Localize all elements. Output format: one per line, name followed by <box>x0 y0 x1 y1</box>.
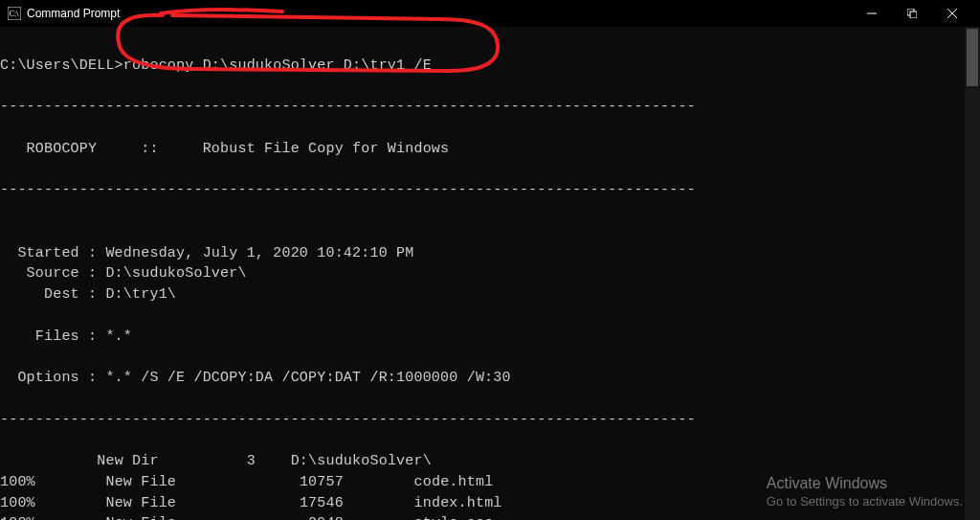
terminal-area: C:\Users\DELL>robocopy D:\sudukoSolver D… <box>0 27 980 520</box>
options-label: Options : <box>0 370 97 386</box>
window-titlebar: C:\ Command Prompt <box>0 0 980 27</box>
dir-line: New Dir 3 D:\sudukoSolver\ <box>0 453 432 469</box>
files-value: *.* <box>97 328 132 345</box>
prompt-path: C:\Users\DELL> <box>0 57 123 74</box>
file-row-name: style.css <box>414 515 494 520</box>
file-row-status: New File <box>105 495 176 511</box>
file-row-name: code.html <box>414 474 494 490</box>
svg-text:C:\: C:\ <box>10 10 19 18</box>
file-row-status: New File <box>105 515 176 520</box>
file-row-size: 2948 <box>308 515 344 520</box>
started-value: Wednesday, July 1, 2020 10:42:10 PM <box>97 245 413 261</box>
scrollbar-thumb[interactable] <box>967 29 978 86</box>
started-label: Started : <box>0 245 97 261</box>
file-row-pct: 100% <box>0 495 35 511</box>
window-controls <box>852 0 972 27</box>
prompt-command: robocopy D:\sudukoSolver D:\try1 /E <box>123 57 432 74</box>
cmd-icon: C:\ <box>8 7 21 20</box>
dest-value: D:\try1\ <box>97 286 176 303</box>
source-value: D:\sudukoSolver\ <box>97 265 246 282</box>
source-label: Source : <box>0 265 97 282</box>
file-row-size: 10757 <box>300 474 344 490</box>
maximize-button[interactable] <box>892 0 932 27</box>
robocopy-header: ROBOCOPY :: Robust File Copy for Windows <box>0 141 449 157</box>
options-value: *.* /S /E /DCOPY:DA /COPY:DAT /R:1000000… <box>97 370 510 386</box>
file-row-pct: 100% <box>0 515 35 520</box>
file-row-name: index.html <box>414 495 502 511</box>
divider-line: ----------------------------------------… <box>0 99 696 115</box>
vertical-scrollbar[interactable] <box>965 27 980 520</box>
svg-rect-4 <box>910 11 917 18</box>
divider-line: ----------------------------------------… <box>0 412 696 428</box>
minimize-button[interactable] <box>852 0 892 27</box>
file-row-pct: 100% <box>0 474 35 490</box>
file-row-size: 17546 <box>300 495 344 511</box>
watermark-title: Activate Windows <box>767 474 963 494</box>
activate-windows-watermark: Activate Windows Go to Settings to activ… <box>767 474 963 510</box>
watermark-subtitle: Go to Settings to activate Windows. <box>767 494 963 510</box>
file-row-status: New File <box>105 474 176 490</box>
window-title: Command Prompt <box>27 7 120 20</box>
terminal-output[interactable]: C:\Users\DELL>robocopy D:\sudukoSolver D… <box>0 27 965 520</box>
files-label: Files : <box>0 328 97 345</box>
divider-line: ----------------------------------------… <box>0 182 696 198</box>
close-button[interactable] <box>932 0 972 27</box>
dest-label: Dest : <box>0 286 97 303</box>
